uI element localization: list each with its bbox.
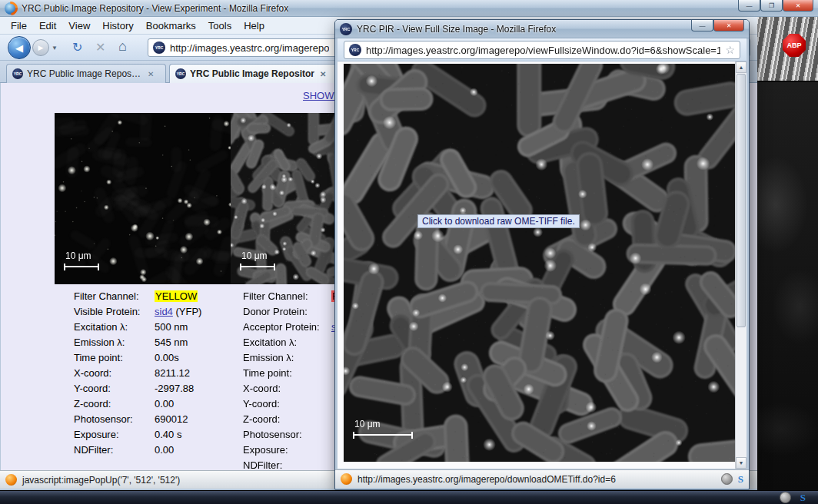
firefox-mini-icon <box>5 474 17 486</box>
download-tooltip: Click to download raw OME-TIFF file. <box>417 214 580 228</box>
metadata-row: Time point: <box>243 365 340 380</box>
scale-bar-line <box>353 432 413 439</box>
menu-view[interactable]: View <box>62 18 96 33</box>
scroll-down-icon[interactable]: ▼ <box>736 457 747 469</box>
history-dropdown-icon[interactable]: ▼ <box>52 45 58 51</box>
firefox-mini-icon <box>341 473 352 485</box>
metadata-row: Excitation λ: <box>243 334 340 350</box>
scrollbar-thumb[interactable] <box>737 74 746 327</box>
metadata-label: NDFilter: <box>243 459 331 471</box>
metadata-label: Y-coord: <box>243 398 331 410</box>
metadata-label: Filter Channel: <box>243 290 331 302</box>
popup-titlebar[interactable]: YRC YRC PIR - View Full Size Image - Moz… <box>335 20 749 38</box>
metadata-row: Time point:0.00s <box>74 350 201 365</box>
s-status-icon[interactable]: S <box>738 473 743 486</box>
minimize-icon: — <box>700 22 706 29</box>
popup-navigation-bar: YRC http://images.yeastrc.org/imagerepo/… <box>338 38 747 61</box>
close-button[interactable]: ✕ <box>783 0 813 12</box>
metadata-row: Acceptor Protein:s <box>243 319 340 334</box>
adblock-icon[interactable]: ABP <box>783 34 806 57</box>
window-controls: — ❐ ✕ <box>738 0 813 12</box>
scale-bar-line <box>240 264 275 270</box>
firefox-icon <box>5 2 17 15</box>
minimize-button[interactable]: — <box>691 20 713 32</box>
tab-close-icon[interactable]: ✕ <box>148 70 154 78</box>
metadata-label: Time point: <box>74 352 155 363</box>
status-round-icon[interactable] <box>721 473 733 485</box>
metadata-row: X-coord:8211.12 <box>74 365 201 380</box>
scale-bar: 10 μm <box>353 419 413 439</box>
metadata-value-text: 690012 <box>155 413 188 425</box>
scale-bar-label: 10 μm <box>65 250 99 261</box>
forward-button[interactable]: ▶ <box>32 39 49 56</box>
metadata-row: Excitation λ:500 nm <box>74 319 201 334</box>
metadata-row: Photosensor:690012 <box>74 411 201 426</box>
metadata-value-text: 0.00 <box>155 444 174 456</box>
metadata-label: Emission λ: <box>243 352 331 363</box>
scale-bar-line <box>64 264 99 270</box>
tray-round-icon[interactable] <box>780 492 791 503</box>
reload-icon[interactable]: ↻ <box>72 41 82 55</box>
tab-view-experiment[interactable]: YRC YRC Public Image Repositor ✕ <box>169 64 347 83</box>
thumbnail-yellow-channel[interactable]: 10 μm <box>55 113 231 284</box>
menu-edit[interactable]: Edit <box>33 18 62 33</box>
home-icon[interactable]: ⌂ <box>118 39 127 53</box>
metadata-label: Donor Protein: <box>243 306 331 317</box>
stop-icon[interactable]: ✕ <box>95 41 105 55</box>
main-titlebar[interactable]: YRC Public Image Repository - View Exper… <box>0 0 818 17</box>
metadata-row: Exposure:0.40 s <box>74 426 201 442</box>
fullsize-microscopy-image[interactable] <box>344 64 737 462</box>
close-button[interactable]: ✕ <box>713 20 744 32</box>
popup-scrollbar[interactable]: ▲ ▼ <box>735 61 747 469</box>
menu-file[interactable]: File <box>5 18 33 33</box>
menu-history[interactable]: History <box>96 18 139 33</box>
minimize-icon: — <box>747 2 753 9</box>
status-link-text: javascript:imagePopUp('7', '512', '512') <box>22 475 180 486</box>
scale-bar-label: 10 μm <box>354 419 413 429</box>
metadata-label: Filter Channel: <box>74 290 155 302</box>
metadata-value-text: YELLOW <box>155 290 198 302</box>
metadata-row: Donor Protein: <box>243 303 340 319</box>
metadata-label: X-coord: <box>243 383 331 394</box>
tab-close-icon[interactable]: ✕ <box>320 70 326 78</box>
menu-tools[interactable]: Tools <box>202 18 238 33</box>
menu-help[interactable]: Help <box>238 18 271 33</box>
metadata-row: Emission λ:545 nm <box>74 334 201 350</box>
scroll-up-icon[interactable]: ▲ <box>736 61 747 73</box>
menu-bookmarks[interactable]: Bookmarks <box>140 18 202 33</box>
popup-address-bar[interactable]: YRC http://images.yeastrc.org/imagerepo/… <box>344 41 740 59</box>
desktop-wallpaper <box>757 17 818 490</box>
metadata-row: Filter Channel:R <box>243 288 340 303</box>
address-bar-text: http://images.yeastrc.org/imagerepo <box>170 42 329 54</box>
metadata-row: X-coord: <box>243 380 340 396</box>
metadata-value-text: 0.00 <box>155 398 174 410</box>
popup-status-bar: http://images.yeastrc.org/imagerepo/down… <box>335 469 749 488</box>
metadata-value-text: (YFP) <box>173 306 202 317</box>
maximize-button[interactable]: ❐ <box>760 0 783 12</box>
tab-user-page[interactable]: YRC YRC Public Image Repository - User..… <box>6 64 166 83</box>
metadata-value: -2997.88 <box>155 383 194 394</box>
minimize-button[interactable]: — <box>738 0 760 12</box>
metadata-value: 0.00 <box>155 398 174 410</box>
metadata-value: sid4 (YFP) <box>155 306 201 317</box>
tray-s-icon[interactable]: S <box>800 492 806 504</box>
fullsize-image-container[interactable]: Click to download raw OME-TIFF file. 10 … <box>344 64 737 462</box>
metadata-row: Exposure: <box>243 442 340 457</box>
protein-link[interactable]: sid4 <box>155 306 173 317</box>
back-icon: ◀ <box>15 42 23 54</box>
metadata-value: 690012 <box>155 413 188 425</box>
yrc-favicon-icon: YRC <box>349 44 361 56</box>
metadata-label: Z-coord: <box>74 398 155 410</box>
metadata-value-text: 500 nm <box>155 321 188 333</box>
window-controls: — ✕ <box>691 20 744 32</box>
metadata-value-text: 8211.12 <box>155 367 190 379</box>
tab-label: YRC Public Image Repository - User... <box>27 68 142 79</box>
forward-icon: ▶ <box>38 44 44 51</box>
metadata-label: Excitation λ: <box>74 321 155 333</box>
metadata-value-text: 0.00s <box>155 352 179 363</box>
metadata-label: Emission λ: <box>74 337 155 348</box>
scale-bar: 10 μm <box>64 250 99 270</box>
back-button[interactable]: ◀ <box>8 36 31 59</box>
bookmark-star-icon[interactable]: ☆ <box>725 44 735 56</box>
yrc-favicon-icon: YRC <box>175 68 186 79</box>
